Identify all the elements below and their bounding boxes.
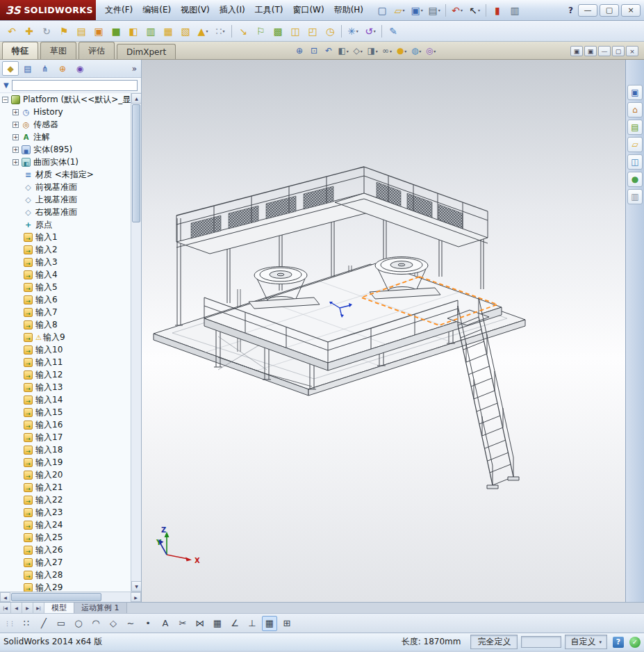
tree-item[interactable]: ⚠ 输入29 bbox=[0, 581, 131, 592]
scrollbar-thumb[interactable] bbox=[132, 104, 140, 222]
separator[interactable] bbox=[443, 2, 448, 19]
flag2-icon[interactable]: ⚐ bbox=[252, 23, 269, 40]
sketch-trim-icon[interactable]: ✂ bbox=[175, 616, 190, 631]
previous-view-icon[interactable]: ↶ bbox=[322, 44, 336, 58]
panel-overflow-chevron-icon[interactable]: » bbox=[132, 64, 139, 74]
hatch-icon[interactable]: ▧ bbox=[177, 23, 194, 40]
doc-minimize-icon[interactable]: — bbox=[598, 46, 611, 56]
print-icon[interactable]: ▤ bbox=[426, 2, 443, 19]
flag-icon[interactable]: ⚑ bbox=[56, 23, 72, 40]
tree-item[interactable]: ⚠ 输入6 bbox=[0, 293, 131, 306]
grid-snap-icon[interactable]: ▦ bbox=[262, 616, 277, 631]
toolbar-drag-handle[interactable]: ⋮⋮ bbox=[4, 620, 14, 627]
rollback-icon[interactable]: ↶ bbox=[3, 23, 20, 40]
displaymanager-tab[interactable]: ◉ bbox=[72, 61, 88, 76]
clock-icon[interactable]: ◷ bbox=[322, 23, 338, 40]
tree-item[interactable]: ⚠ 输入19 bbox=[0, 456, 131, 468]
view-orientation-icon[interactable]: ◇ bbox=[351, 44, 365, 58]
sketch-line-icon[interactable]: ╱ bbox=[36, 616, 51, 631]
undo-icon[interactable]: ↶ bbox=[449, 2, 465, 19]
expand-toggle-icon[interactable] bbox=[13, 147, 19, 153]
zoom-fit-icon[interactable]: ⊕ bbox=[292, 44, 306, 58]
loop-icon[interactable]: ↺ bbox=[362, 23, 379, 40]
box-icon[interactable]: ▣ bbox=[90, 23, 107, 40]
view-palette-icon[interactable]: ◫ bbox=[627, 154, 643, 170]
tree-item[interactable]: ⚠ 输入11 bbox=[0, 356, 131, 368]
commandmanager-tab[interactable]: 草图 bbox=[40, 42, 76, 59]
half-section-icon[interactable]: ◧ bbox=[125, 23, 142, 40]
menu-item[interactable]: 帮助(H) bbox=[329, 1, 368, 19]
commandmanager-tab[interactable]: 评估 bbox=[79, 42, 115, 59]
close-button[interactable]: × bbox=[621, 4, 641, 17]
tree-item[interactable]: ⚠ 输入9 bbox=[0, 331, 131, 343]
tree-item[interactable]: ⚠ 输入24 bbox=[0, 519, 131, 531]
menu-item[interactable]: 编辑(E) bbox=[138, 1, 176, 19]
scroll-right-icon[interactable]: ▶ bbox=[131, 592, 141, 602]
solidworks-resources-icon[interactable]: ▣ bbox=[627, 85, 643, 100]
propertymanager-tab[interactable]: ▤ bbox=[19, 61, 36, 76]
display-style-icon[interactable]: ◨ bbox=[365, 44, 379, 58]
doc-restore-icon[interactable]: ▣ bbox=[570, 46, 583, 56]
arrow-icon[interactable]: ↘ bbox=[235, 23, 251, 40]
rebuild-icon[interactable]: ▮ bbox=[489, 2, 506, 19]
sketch-rectangle-icon[interactable]: ▭ bbox=[53, 616, 69, 631]
tree-item[interactable]: ⚠ 右视基准面 bbox=[0, 206, 131, 218]
filter-input[interactable] bbox=[12, 80, 138, 91]
tree-item[interactable]: ⚠ 输入26 bbox=[0, 544, 131, 556]
tree-item[interactable]: ⚠ 注解 bbox=[0, 131, 131, 143]
tree-item[interactable]: ⚠ 曲面实体(1) bbox=[0, 156, 131, 168]
tree-item[interactable]: ⚠ 输入27 bbox=[0, 556, 131, 569]
tree-item[interactable]: ⚠ 输入2 bbox=[0, 243, 131, 256]
section-view-icon[interactable]: ◧ bbox=[336, 44, 350, 58]
appearances-icon[interactable]: ● bbox=[627, 172, 643, 187]
tree-item[interactable]: ⚠ 输入4 bbox=[0, 268, 131, 281]
sketch-spline-icon[interactable]: ~ bbox=[123, 616, 138, 631]
tree-item[interactable]: ⚠ 输入22 bbox=[0, 494, 131, 506]
tree-item[interactable]: ⚠ 输入16 bbox=[0, 418, 131, 431]
tree-item[interactable]: ⚠ 材质 <未指定> bbox=[0, 168, 131, 181]
home-icon[interactable]: ⌂ bbox=[627, 102, 643, 117]
design-library-icon[interactable]: ▤ bbox=[627, 120, 643, 135]
tree-item[interactable]: ⚠ 输入7 bbox=[0, 306, 131, 318]
separator[interactable] bbox=[379, 23, 384, 40]
window-icon[interactable]: ◫ bbox=[287, 23, 304, 40]
file-explorer-icon[interactable]: ▱ bbox=[627, 137, 643, 152]
menu-item[interactable]: 插入(I) bbox=[215, 1, 250, 19]
apply-scene-icon[interactable]: ◍ bbox=[409, 44, 423, 58]
document-tab[interactable]: 模型 bbox=[44, 603, 74, 613]
3d-model-canvas[interactable] bbox=[142, 60, 625, 602]
document-tab[interactable]: 运动算例 1 bbox=[74, 603, 127, 613]
block-icon[interactable]: ■ bbox=[108, 23, 124, 40]
tree-item[interactable]: ⚠ 输入21 bbox=[0, 481, 131, 494]
tree-item[interactable]: ⚠ 输入3 bbox=[0, 256, 131, 268]
menu-item[interactable]: 窗口(W) bbox=[288, 1, 329, 19]
panel-icon[interactable]: ▥ bbox=[142, 23, 159, 40]
mesh-icon[interactable]: ▩ bbox=[270, 23, 286, 40]
pattern-dots-icon[interactable]: ∷ bbox=[212, 23, 229, 40]
save-icon[interactable]: ▣ bbox=[408, 2, 425, 19]
hide-show-items-icon[interactable]: ∞ bbox=[380, 44, 394, 58]
tree-item[interactable]: ⚠ 输入13 bbox=[0, 381, 131, 393]
graphics-area[interactable]: X Y Z bbox=[142, 60, 625, 602]
tree-item[interactable]: ⚠ 输入17 bbox=[0, 431, 131, 443]
triangle-icon[interactable]: ▲ bbox=[195, 23, 211, 40]
custom-dropdown[interactable]: 自定义 ▾ bbox=[565, 635, 607, 649]
zoom-area-icon[interactable]: ⊡ bbox=[307, 44, 321, 58]
separator[interactable] bbox=[229, 23, 234, 40]
open-file-icon[interactable]: ▱ bbox=[391, 2, 408, 19]
corner-icon[interactable]: ◰ bbox=[304, 23, 321, 40]
scrollbar-thumb[interactable] bbox=[11, 593, 101, 601]
scroll-up-icon[interactable]: ▲ bbox=[131, 93, 141, 104]
edit-appearance-icon[interactable]: ● bbox=[395, 44, 408, 58]
select-cursor-icon[interactable]: ↖ bbox=[466, 2, 483, 19]
minimize-button[interactable]: — bbox=[578, 4, 597, 17]
doc-close-icon[interactable]: × bbox=[626, 46, 638, 56]
tree-vertical-scrollbar[interactable]: ▲ ▼ bbox=[131, 93, 141, 592]
tree-item[interactable]: ⚠ 输入25 bbox=[0, 531, 131, 544]
new-file-icon[interactable]: ▢ bbox=[374, 2, 390, 19]
tree-item[interactable]: ⚠ 输入15 bbox=[0, 406, 131, 418]
tree-item[interactable]: ⚠ 输入23 bbox=[0, 506, 131, 519]
scroll-prev-tab-button[interactable]: ◀ bbox=[11, 603, 22, 613]
expand-toggle-icon[interactable] bbox=[13, 159, 19, 165]
tree-item[interactable]: ⚠ 输入5 bbox=[0, 281, 131, 293]
